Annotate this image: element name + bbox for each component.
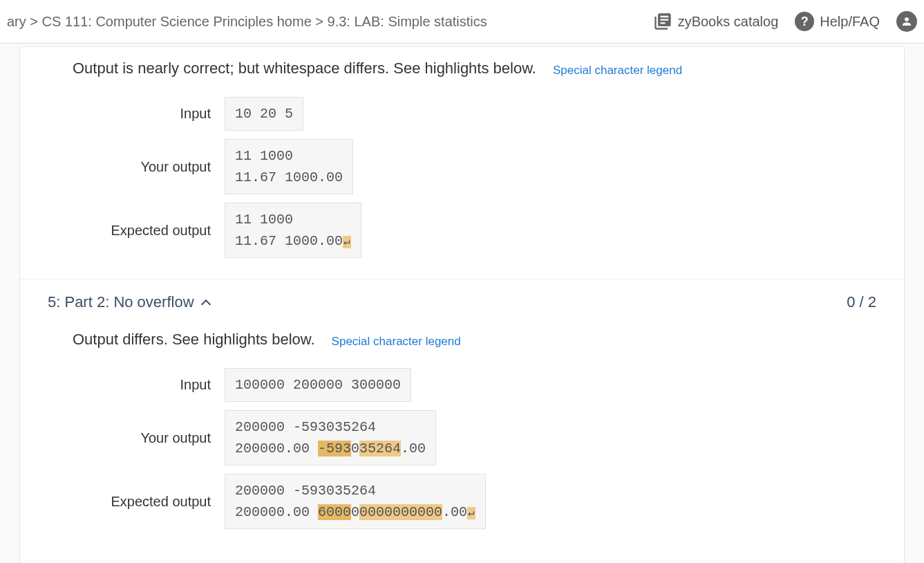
result-message-2: Output differs. See highlights below.: [73, 331, 315, 349]
input-value: 10 20 5: [225, 97, 303, 131]
newline-icon: ↵: [343, 236, 351, 248]
test-title-text: 5: Part 2: No overflow: [48, 293, 194, 311]
message-row-2: Output differs. See highlights below. Sp…: [48, 331, 876, 349]
top-header: ary > CS 111: Computer Science Principle…: [0, 0, 924, 44]
help-icon: ?: [795, 12, 814, 31]
your-output-row-2: Your output 200000 -593035264 200000.00 …: [48, 410, 876, 465]
result-message: Output is nearly correct; but whitespace…: [73, 59, 536, 77]
expected-output-row: Expected output 11 1000 11.67 1000.00↵: [48, 203, 876, 258]
test-section-4: Output is nearly correct; but whitespace…: [20, 47, 904, 272]
your-output-label-2: Your output: [73, 430, 211, 446]
avatar[interactable]: [896, 11, 917, 32]
main-content: Output is nearly correct; but whitespace…: [0, 46, 924, 563]
special-char-legend-link-2[interactable]: Special character legend: [332, 335, 461, 349]
expected-output-value: 11 1000 11.67 1000.00↵: [225, 203, 361, 258]
expected-output-label: Expected output: [73, 223, 211, 239]
help-label: Help/FAQ: [820, 14, 880, 30]
your-output-row: Your output 11 1000 11.67 1000.00: [48, 139, 876, 194]
test-title-toggle[interactable]: 5: Part 2: No overflow: [48, 293, 209, 311]
test-header: 5: Part 2: No overflow 0 / 2: [48, 293, 876, 311]
catalog-label: zyBooks catalog: [678, 14, 779, 30]
breadcrumb[interactable]: ary > CS 111: Computer Science Principle…: [7, 14, 487, 30]
test-score: 0 / 2: [847, 293, 876, 311]
newline-icon-2: ↵: [467, 507, 475, 519]
input-row-2: Input 100000 200000 300000: [48, 368, 876, 402]
catalog-link[interactable]: zyBooks catalog: [653, 12, 779, 31]
book-icon: [653, 12, 672, 31]
input-label: Input: [73, 106, 211, 122]
expected-output-label-2: Expected output: [73, 494, 211, 510]
results-card: Output is nearly correct; but whitespace…: [19, 46, 905, 563]
your-output-value-2: 200000 -593035264 200000.00 -593035264.0…: [225, 410, 436, 465]
help-link[interactable]: ? Help/FAQ: [795, 12, 880, 31]
test-section-5: 5: Part 2: No overflow 0 / 2 Output diff…: [20, 279, 904, 543]
chevron-up-icon: [200, 299, 210, 309]
input-value-2: 100000 200000 300000: [225, 368, 411, 402]
expected-output-value-2: 200000 -593035264 200000.00 600000000000…: [225, 474, 486, 529]
your-output-value: 11 1000 11.67 1000.00: [225, 139, 353, 194]
person-icon: [901, 15, 913, 28]
expected-output-row-2: Expected output 200000 -593035264 200000…: [48, 474, 876, 529]
message-row: Output is nearly correct; but whitespace…: [48, 59, 876, 77]
header-right: zyBooks catalog ? Help/FAQ: [653, 11, 917, 32]
your-output-label: Your output: [73, 159, 211, 175]
input-label-2: Input: [73, 377, 211, 393]
special-char-legend-link[interactable]: Special character legend: [553, 64, 682, 77]
input-row: Input 10 20 5: [48, 97, 876, 131]
